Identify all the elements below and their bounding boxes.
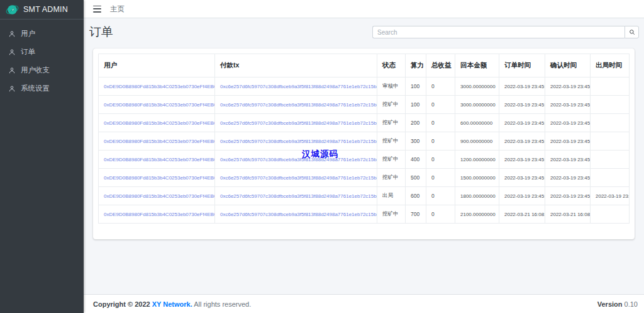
user-icon — [8, 67, 16, 74]
status-cell: 挖矿中 — [377, 169, 406, 187]
user-address-link[interactable]: 0xDE9D0B8980Fd815b3b4C0253eb0730eFf4EB03… — [104, 84, 215, 89]
footer: Copyright © 2022 XY Network. All rights … — [84, 294, 644, 313]
page-content: 订单 用户付款tx状态算力总收益回本金额订单时间确认时间出局时间 — [84, 18, 644, 294]
payment-tx-link[interactable]: 0xc6e257d6fc59707c308dfbceb9a3f5f813f88d… — [220, 84, 377, 89]
confirm-time-cell: 2022-03-19 23:45:06 — [545, 132, 591, 151]
sidebar-item-label: 订单 — [21, 47, 35, 57]
status-cell: 挖矿中 — [377, 132, 406, 151]
menu-toggle-button[interactable] — [93, 6, 101, 13]
payback-amount-cell: 3000.00000000 — [455, 77, 499, 96]
out-time-cell — [591, 169, 630, 187]
payment-tx-link[interactable]: 0xc6e257d6fc59707c308dfbceb9a3f5f813f88d… — [220, 120, 377, 126]
user-address-link[interactable]: 0xDE9D0B8980Fd815b3b4C0253eb0730eFf4EB03… — [104, 212, 215, 217]
order-time-cell: 2022-03-19 23:45:06 — [499, 96, 545, 114]
table-row: 0xDE9D0B8980Fd815b3b4C0253eb0730eFf4EB03… — [99, 187, 630, 205]
user-address-link-cell: 0xDE9D0B8980Fd815b3b4C0253eb0730eFf4EB03… — [99, 96, 215, 114]
top-navbar: 主页 — [84, 0, 644, 18]
hashrate-cell: 700 — [406, 205, 426, 224]
footer-copyright: Copyright © 2022 XY Network. All rights … — [93, 300, 251, 308]
search-input[interactable] — [372, 26, 625, 38]
payment-tx-link[interactable]: 0xc6e257d6fc59707c308dfbceb9a3f5f813f88d… — [220, 175, 377, 181]
footer-version: Version 0.10 — [597, 300, 638, 308]
column-header: 用户 — [99, 54, 215, 77]
user-address-link[interactable]: 0xDE9D0B8980Fd815b3b4C0253eb0730eFf4EB03… — [104, 102, 215, 108]
payment-tx-link-cell: 0xc6e257d6fc59707c308dfbceb9a3f5f813f88d… — [215, 132, 377, 151]
confirm-time-cell: 2022-03-19 23:45:06 — [545, 114, 591, 132]
user-icon — [8, 85, 16, 93]
confirm-time-cell: 2022-03-19 23:45:06 — [545, 151, 591, 169]
brand-text: SMT ADMIN — [23, 5, 68, 14]
confirm-time-cell: 2022-03-19 23:45:06 — [545, 187, 591, 205]
table-row: 0xDE9D0B8980Fd815b3b4C0253eb0730eFf4EB03… — [99, 96, 630, 114]
user-address-link-cell: 0xDE9D0B8980Fd815b3b4C0253eb0730eFf4EB03… — [99, 205, 215, 224]
table-row: 0xDE9D0B8980Fd815b3b4C0253eb0730eFf4EB03… — [99, 132, 630, 151]
payment-tx-link[interactable]: 0xc6e257d6fc59707c308dfbceb9a3f5f813f88d… — [220, 212, 377, 217]
payment-tx-link-cell: 0xc6e257d6fc59707c308dfbceb9a3f5f813f88d… — [215, 96, 377, 114]
order-time-cell: 2022-03-19 23:45:06 — [499, 114, 545, 132]
footer-copyright-suffix: All rights reserved. — [194, 300, 251, 308]
sidebar-item-label: 系统设置 — [21, 84, 50, 93]
payment-tx-link-cell: 0xc6e257d6fc59707c308dfbceb9a3f5f813f88d… — [215, 77, 377, 96]
user-address-link-cell: 0xDE9D0B8980Fd815b3b4C0253eb0730eFf4EB03… — [99, 114, 215, 132]
sidebar-item-2[interactable]: 用户收支 — [5, 61, 79, 79]
sidebar-item-1[interactable]: 订单 — [5, 43, 79, 61]
user-address-link[interactable]: 0xDE9D0B8980Fd815b3b4C0253eb0730eFf4EB03… — [104, 175, 215, 181]
user-address-link[interactable]: 0xDE9D0B8980Fd815b3b4C0253eb0730eFf4EB03… — [104, 139, 215, 144]
payment-tx-link[interactable]: 0xc6e257d6fc59707c308dfbceb9a3f5f813f88d… — [220, 102, 377, 108]
user-icon — [8, 30, 16, 38]
order-time-cell: 2022-03-19 23:45:06 — [499, 132, 545, 151]
user-address-link-cell: 0xDE9D0B8980Fd815b3b4C0253eb0730eFf4EB03… — [99, 169, 215, 187]
orders-card: 用户付款tx状态算力总收益回本金额订单时间确认时间出局时间 0xDE9D0B89… — [93, 48, 635, 239]
user-address-link-cell: 0xDE9D0B8980Fd815b3b4C0253eb0730eFf4EB03… — [99, 151, 215, 169]
payment-tx-link[interactable]: 0xc6e257d6fc59707c308dfbceb9a3f5f813f88d… — [220, 139, 377, 144]
payment-tx-link[interactable]: 0xc6e257d6fc59707c308dfbceb9a3f5f813f88d… — [220, 157, 377, 162]
table-row: 0xDE9D0B8980Fd815b3b4C0253eb0730eFf4EB03… — [99, 151, 630, 169]
sidebar-item-3[interactable]: 系统设置 — [5, 79, 79, 98]
app-root: SMT ADMIN 用户订单用户收支系统设置 主页 订单 — [0, 0, 644, 313]
payment-tx-link[interactable]: 0xc6e257d6fc59707c308dfbceb9a3f5f813f88d… — [220, 193, 377, 199]
status-cell: 审核中 — [377, 77, 406, 96]
payment-tx-link-cell: 0xc6e257d6fc59707c308dfbceb9a3f5f813f88d… — [215, 187, 377, 205]
footer-brand-link[interactable]: XY Network. — [152, 300, 192, 308]
hashrate-cell: 500 — [406, 169, 426, 187]
hashrate-cell: 100 — [406, 96, 426, 114]
sidebar-item-label: 用户收支 — [21, 65, 50, 75]
user-address-link-cell: 0xDE9D0B8980Fd815b3b4C0253eb0730eFf4EB03… — [99, 77, 215, 96]
column-header: 回本金额 — [455, 54, 499, 77]
out-time-cell — [591, 151, 630, 169]
search-group — [372, 26, 639, 38]
user-address-link[interactable]: 0xDE9D0B8980Fd815b3b4C0253eb0730eFf4EB03… — [104, 157, 215, 162]
payment-tx-link-cell: 0xc6e257d6fc59707c308dfbceb9a3f5f813f88d… — [215, 169, 377, 187]
sidebar-nav: 用户订单用户收支系统设置 — [0, 20, 84, 103]
payback-amount-cell: 1200.00000000 — [455, 151, 499, 169]
table-row: 0xDE9D0B8980Fd815b3b4C0253eb0730eFf4EB03… — [99, 205, 630, 224]
user-address-link-cell: 0xDE9D0B8980Fd815b3b4C0253eb0730eFf4EB03… — [99, 187, 215, 205]
footer-version-label: Version — [597, 300, 623, 308]
payback-amount-cell: 1800.00000000 — [455, 187, 499, 205]
order-time-cell: 2022-03-21 16:08:29 — [499, 205, 545, 224]
table-row: 0xDE9D0B8980Fd815b3b4C0253eb0730eFf4EB03… — [99, 77, 630, 96]
hashrate-cell: 400 — [406, 151, 426, 169]
column-header: 算力 — [406, 54, 426, 77]
out-time-cell — [591, 114, 630, 132]
sidebar: SMT ADMIN 用户订单用户收支系统设置 — [0, 0, 84, 313]
main-area: 主页 订单 用户付款tx状态算 — [84, 0, 644, 313]
brand[interactable]: SMT ADMIN — [0, 0, 84, 20]
sidebar-item-0[interactable]: 用户 — [5, 25, 79, 43]
out-time-cell — [591, 96, 630, 114]
search-button[interactable] — [625, 26, 639, 38]
user-address-link[interactable]: 0xDE9D0B8980Fd815b3b4C0253eb0730eFf4EB03… — [104, 120, 215, 126]
table-row: 0xDE9D0B8980Fd815b3b4C0253eb0730eFf4EB03… — [99, 114, 630, 132]
nav-home-link[interactable]: 主页 — [110, 4, 125, 14]
status-cell: 挖矿中 — [377, 114, 406, 132]
column-header: 付款tx — [215, 54, 377, 77]
payment-tx-link-cell: 0xc6e257d6fc59707c308dfbceb9a3f5f813f88d… — [215, 114, 377, 132]
user-icon — [8, 48, 16, 56]
out-time-cell — [591, 77, 630, 96]
table-header-row: 用户付款tx状态算力总收益回本金额订单时间确认时间出局时间 — [99, 54, 630, 77]
payment-tx-link-cell: 0xc6e257d6fc59707c308dfbceb9a3f5f813f88d… — [215, 205, 377, 224]
payback-amount-cell: 900.00000000 — [455, 132, 499, 151]
confirm-time-cell: 2022-03-19 23:45:06 — [545, 169, 591, 187]
total-income-cell: 0 — [426, 187, 455, 205]
user-address-link[interactable]: 0xDE9D0B8980Fd815b3b4C0253eb0730eFf4EB03… — [104, 193, 215, 199]
